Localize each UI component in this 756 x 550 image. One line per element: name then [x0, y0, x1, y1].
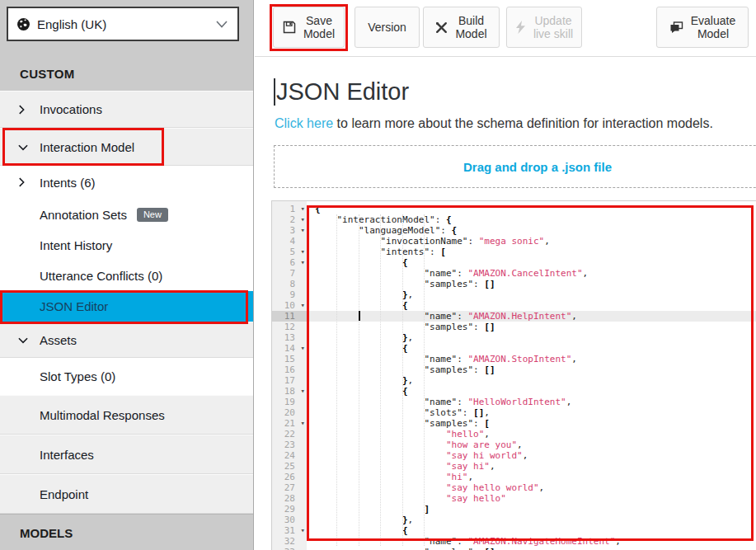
code-line: },: [307, 375, 756, 386]
code-line: "name": "AMAZON.HelpIntent",: [307, 311, 756, 322]
code-line: "hello",: [307, 429, 756, 440]
code-line: {: [307, 386, 756, 397]
editor-code-area[interactable]: { "interactionModel": { "languageModel":…: [307, 201, 756, 550]
line-number: 6▾: [272, 257, 307, 268]
code-line: {: [307, 343, 756, 354]
chevron-down-icon: [18, 143, 28, 151]
editor-gutter: 1▾2▾3▾45▾6▾78910▾11121314▾15161718▾19202…: [272, 201, 307, 550]
save-icon: [283, 21, 296, 34]
chevron-right-icon: [18, 177, 25, 187]
code-line: "hi",: [307, 472, 756, 482]
line-number: 25: [272, 461, 307, 472]
line-number: 23: [272, 440, 307, 450]
sidebar-item-interaction-model[interactable]: Interaction Model: [0, 128, 253, 166]
sidebar-item-json-editor[interactable]: JSON Editor: [0, 291, 253, 322]
code-line: "samples": []: [307, 279, 756, 289]
build-model-button[interactable]: Build Model: [423, 7, 500, 48]
code-line: "samples": []: [307, 364, 756, 375]
line-number: 19: [272, 397, 307, 407]
line-number: 22: [272, 429, 307, 440]
sidebar-item-multimodal-responses[interactable]: Multimodal Responses: [0, 395, 253, 435]
fold-toggle-icon[interactable]: ▾: [301, 214, 305, 225]
code-line: "say hi world",: [307, 450, 756, 461]
code-line: "invocationName": "mega sonic",: [307, 236, 756, 247]
dropzone-label: Drag and drop a .json file: [463, 160, 612, 174]
line-number: 24: [272, 450, 307, 461]
code-line: {: [307, 300, 756, 311]
sidebar-item-utterance-conflicts-0[interactable]: Utterance Conflicts (0): [0, 261, 253, 291]
indent-guide: [336, 214, 337, 546]
line-number: 3▾: [272, 225, 307, 236]
line-number: 5▾: [272, 247, 307, 257]
line-number: 27: [272, 482, 307, 493]
code-line: "samples": []: [307, 547, 756, 550]
save-model-button[interactable]: Save Model: [273, 7, 345, 48]
line-number: 26: [272, 472, 307, 482]
line-number: 2▾: [272, 214, 307, 225]
main-content: Save ModelVersionBuild ModelUpdate live …: [255, 0, 756, 550]
button-label: Evaluate Model: [691, 14, 735, 40]
fold-toggle-icon[interactable]: ▾: [301, 257, 305, 268]
sidebar-item-invocations[interactable]: Invocations: [0, 91, 253, 128]
sidebar-item-label: JSON Editor: [40, 299, 108, 313]
button-label: Version: [368, 21, 406, 34]
sidebar-header: English (UK) CUSTOM: [0, 0, 253, 91]
version-button[interactable]: Version: [355, 7, 420, 48]
sidebar-item-label: Assets: [40, 333, 77, 347]
sidebar-item-endpoint[interactable]: Endpoint: [0, 474, 253, 514]
line-number: 1▾: [272, 204, 307, 214]
sidebar-item-label: Multimodal Responses: [40, 408, 165, 422]
line-number: 32: [272, 536, 307, 547]
sidebar-item-annotation-sets[interactable]: Annotation SetsNew: [0, 199, 253, 230]
chevron-down-icon: [18, 336, 28, 344]
sidebar-item-label: Invocations: [40, 102, 102, 116]
line-number: 16: [272, 364, 307, 375]
sidebar-item-interfaces[interactable]: Interfaces: [0, 435, 253, 474]
code-line: "interactionModel": {: [307, 214, 756, 225]
fold-toggle-icon[interactable]: ▾: [301, 343, 305, 354]
fold-toggle-icon[interactable]: ▾: [301, 418, 305, 429]
fold-toggle-icon[interactable]: ▾: [301, 247, 305, 257]
sidebar-item-intents-6[interactable]: Intents (6): [0, 166, 253, 199]
sidebar-item-label: Interaction Model: [40, 140, 134, 154]
fold-toggle-icon[interactable]: ▾: [301, 225, 305, 236]
sidebar: English (UK) CUSTOM InvocationsInteracti…: [0, 0, 254, 550]
chevron-down-icon: [216, 21, 228, 28]
line-number: 12: [272, 322, 307, 332]
line-number: 13: [272, 332, 307, 343]
globe-icon: [16, 17, 31, 31]
language-selector[interactable]: English (UK): [7, 7, 239, 41]
sidebar-item-label: Interfaces: [40, 448, 94, 462]
code-line: "how are you",: [307, 440, 756, 450]
code-line: "intents": [: [307, 247, 756, 257]
code-line: "say hello world",: [307, 482, 756, 493]
schema-help-text: Click here to learn more about the schem…: [275, 116, 713, 131]
line-number: 18▾: [272, 386, 307, 397]
build-icon: [435, 21, 448, 34]
json-dropzone[interactable]: Drag and drop a .json file: [274, 145, 756, 188]
sidebar-item-label: Endpoint: [40, 487, 88, 501]
click-here-link[interactable]: Click here: [275, 116, 333, 130]
line-number: 7: [272, 268, 307, 279]
chevron-right-icon: [18, 105, 25, 115]
evaluate-model-button[interactable]: Evaluate Model: [656, 7, 749, 48]
code-line: {: [307, 525, 756, 536]
sidebar-item-slot-types-0[interactable]: Slot Types (0): [0, 358, 253, 395]
fold-toggle-icon[interactable]: ▾: [301, 525, 305, 536]
sidebar-item-label: Annotation Sets: [40, 208, 127, 222]
code-line: "slots": [],: [307, 407, 756, 418]
code-line: "samples": []: [307, 322, 756, 332]
fold-toggle-icon[interactable]: ▾: [301, 386, 305, 397]
sidebar-item-label: Utterance Conflicts (0): [40, 269, 162, 283]
sidebar-item-intent-history[interactable]: Intent History: [0, 230, 253, 261]
line-number: 11: [272, 311, 307, 322]
code-line: "name": "HelloWorldIntent",: [307, 397, 756, 407]
code-line: "name": "AMAZON.StopIntent",: [307, 354, 756, 364]
fold-toggle-icon[interactable]: ▾: [301, 204, 305, 214]
json-code-editor[interactable]: 1▾2▾3▾45▾6▾78910▾11121314▾15161718▾19202…: [271, 200, 756, 550]
indent-guide: [402, 214, 403, 546]
code-line: "name": "AMAZON.NavigateHomeIntent",: [307, 536, 756, 547]
fold-toggle-icon[interactable]: ▾: [301, 300, 305, 311]
button-label: Update live skill: [533, 14, 573, 40]
sidebar-item-assets[interactable]: Assets: [0, 322, 253, 358]
